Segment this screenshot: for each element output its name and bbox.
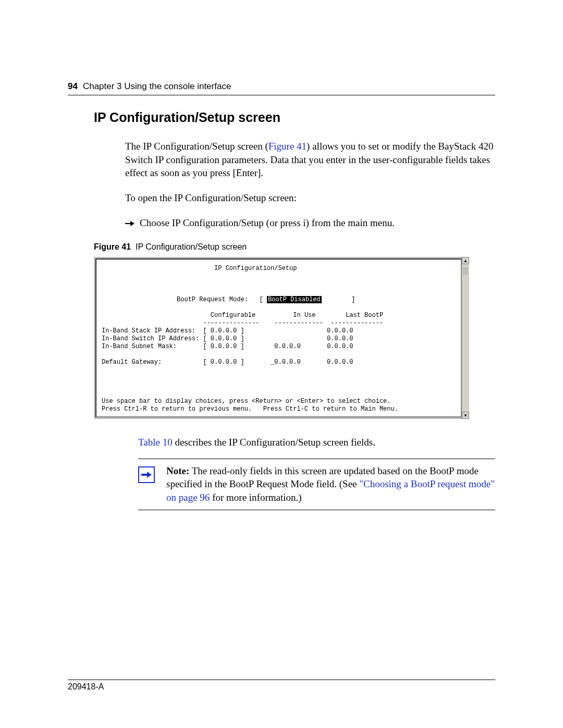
figure-reference-link[interactable]: Figure 41 [268,141,307,152]
page: 94 Chapter 3 Using the console interface… [0,0,563,728]
chapter-title: Chapter 3 Using the console interface [83,81,231,92]
page-footer: 209418-A [68,680,495,692]
table-reference-paragraph: Table 10 describes the IP Configuration/… [138,436,495,449]
arrow-right-icon [125,218,140,230]
note-block: Note: The read-only fields in this scree… [138,459,495,510]
open-instruction: To open the IP Configuration/Setup scree… [125,191,495,205]
scroll-up-icon[interactable]: ▲ [462,257,469,264]
page-number: 94 [68,81,78,92]
scroll-thumb[interactable] [463,267,468,275]
console-screenshot: IP Configuration/Setup BootP Request Mod… [94,257,469,419]
intro-paragraph: The IP Configuration/Setup screen (Figur… [125,140,495,180]
note-arrow-icon [138,466,155,483]
doc-number: 209418-A [68,680,495,692]
table-reference-link[interactable]: Table 10 [138,437,173,448]
figure-caption: Figure 41 IP Configuration/Setup screen [94,242,495,252]
note-text: Note: The read-only fields in this scree… [166,464,495,504]
running-header: 94 Chapter 3 Using the console interface [68,81,495,95]
vertical-scrollbar[interactable]: ▲ ▼ [461,257,469,419]
bullet-text: Choose IP Configuration/Setup (or press … [140,216,395,230]
bootp-mode-field[interactable]: BootP Disabled [267,296,322,303]
body-text: The IP Configuration/Setup screen (Figur… [125,140,495,229]
console-inner: IP Configuration/Setup BootP Request Mod… [95,258,462,417]
section-heading: IP Configuration/Setup screen [94,110,495,125]
console-text: IP Configuration/Setup BootP Request Mod… [96,265,461,413]
bullet-item: Choose IP Configuration/Setup (or press … [125,216,495,230]
scroll-down-icon[interactable]: ▼ [462,412,469,419]
